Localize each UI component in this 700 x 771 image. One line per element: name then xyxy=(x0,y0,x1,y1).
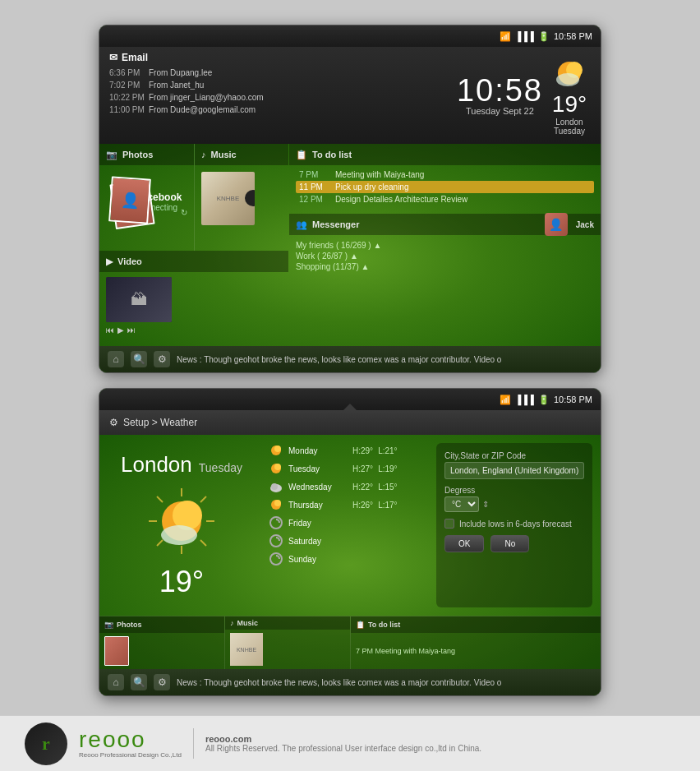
ok-button[interactable]: OK xyxy=(444,535,484,552)
music-icon: ♪ xyxy=(201,150,206,159)
email-icon: ✉ xyxy=(109,52,117,63)
ok-no-buttons: OK No xyxy=(444,535,584,552)
weather-day: Tuesday xyxy=(199,461,242,474)
news-ticker-2: News : Though geohot broke the news, loo… xyxy=(177,678,592,687)
status-icons-2: 📶 ▐▐▐ 🔋 10:58 PM xyxy=(500,395,592,405)
mini-photo-item xyxy=(104,636,129,666)
brand-text-block: reooo Reooo Professional Design Co.,Ltd xyxy=(79,728,194,759)
refresh-icon: ↻ xyxy=(181,208,187,217)
mini-photos-header: 📷 Photos xyxy=(99,616,224,633)
zip-label: City,State or ZIP Code xyxy=(444,451,584,460)
settings-button[interactable]: ⚙ xyxy=(154,351,170,367)
widget-2: 📶 ▐▐▐ 🔋 10:58 PM ⚙ Setup > Weather Londo… xyxy=(99,388,601,696)
forecast-icon-sat xyxy=(269,533,283,548)
mini-album-art: KNHBE xyxy=(230,633,263,666)
clock-status-2: 10:58 PM xyxy=(554,395,592,404)
logo-letter: r xyxy=(42,733,50,755)
email-title: ✉ Email xyxy=(109,52,440,63)
mini-todo-widget: 📋 To do list 7 PM Meeting with Maiya-tan… xyxy=(351,616,601,669)
bottom-bar-2: ⌂ 🔍 ⚙ News : Though geohot broke the new… xyxy=(99,669,601,695)
mini-todo-header: 📋 To do list xyxy=(351,616,601,633)
home-button[interactable]: ⌂ xyxy=(108,351,124,367)
photo-stack: 👤 xyxy=(106,178,131,235)
mini-todo-content: 7 PM Meeting with Maiya-tang xyxy=(351,633,601,669)
clock-weather-area: 10:58 Tuesday Sept 22 19° London Tuesday xyxy=(450,47,601,144)
settings-button-2[interactable]: ⚙ xyxy=(154,674,170,690)
forecast-icon-wed xyxy=(269,479,283,494)
photo-front: 👤 xyxy=(108,176,151,224)
email-clock-area: ✉ Email 6:36 PM From Dupang.lee 7:02 PM … xyxy=(99,47,601,144)
photos-icon: 📷 xyxy=(106,150,117,160)
next-button[interactable]: ⏭ xyxy=(127,325,136,335)
right-panels: 📋 To do list 7 PM Meeting with Maiya-tan… xyxy=(289,144,601,346)
degrees-select[interactable]: °C °F xyxy=(444,496,479,512)
svg-point-19 xyxy=(271,483,278,490)
search-button[interactable]: 🔍 xyxy=(131,351,147,367)
battery-icon-2: 🔋 xyxy=(538,395,550,405)
mini-photos-content xyxy=(99,633,224,669)
mini-music-content: KNHBE xyxy=(225,630,350,669)
no-button[interactable]: No xyxy=(490,535,529,552)
svg-point-17 xyxy=(274,464,281,470)
include-lows-checkbox[interactable] xyxy=(444,519,454,529)
music-header: ♪ Music xyxy=(195,144,288,165)
mini-todo-row: 7 PM Meeting with Maiya-tang xyxy=(356,647,455,655)
forecast-friday: Friday xyxy=(269,515,431,530)
home-button-2[interactable]: ⌂ xyxy=(108,674,124,690)
video-thumbnail: 🏔 xyxy=(106,277,172,322)
photos-column: 📷 Photos 👤 Facebook xyxy=(99,144,194,251)
mini-photos-icon: 📷 xyxy=(104,621,113,629)
messenger-row-3: Shopping (11/37) ▲ xyxy=(296,261,594,272)
messenger-row-2: Work ( 26/87 ) ▲ xyxy=(296,251,594,261)
todo-row-3: 12 PM Design Detalles Architecture Revie… xyxy=(296,193,594,205)
status-bar-1: 📶 ▐▐▐ 🔋 10:58 PM xyxy=(99,25,601,47)
music-column: ♪ Music KNHBE xyxy=(195,144,288,251)
svg-point-15 xyxy=(274,446,281,452)
messenger-header-bar: 👥 Messenger 👤 Jack xyxy=(289,214,601,235)
degrees-group: Degress °C °F ⇕ xyxy=(444,486,584,512)
forecast-saturday: Saturday xyxy=(269,533,431,548)
mini-todo-icon: 📋 xyxy=(356,621,365,629)
brand-logo: r xyxy=(25,723,67,765)
messenger-panel: My friends ( 16/269 ) ▲ Work ( 26/87 ) ▲… xyxy=(289,235,601,277)
forecast-icon-sun xyxy=(269,552,283,566)
widget-body-1: 📷 Photos 👤 Facebook xyxy=(99,144,601,372)
setup-title: Setup > Weather xyxy=(123,417,197,428)
video-panel: 🏔 ⏮ ▶ ⏭ xyxy=(99,272,288,346)
play-button[interactable]: ▶ xyxy=(117,325,124,335)
big-sun-icon xyxy=(145,484,219,558)
jack-avatar: 👤 xyxy=(545,213,568,236)
zip-input[interactable] xyxy=(444,462,584,479)
prev-button[interactable]: ⏮ xyxy=(106,325,114,335)
degrees-label: Degress xyxy=(444,486,584,495)
music-panel: KNHBE xyxy=(195,165,288,231)
weather-sun-icon xyxy=(551,55,587,91)
video-icon: ▶ xyxy=(106,256,113,267)
messenger-icon: 👥 xyxy=(296,219,307,230)
search-button-2[interactable]: 🔍 xyxy=(131,674,147,690)
setup-header: ⚙ Setup > Weather xyxy=(99,410,601,435)
mini-widgets-row: 📷 Photos ♪ Music KNHBE xyxy=(99,616,601,669)
forecast-monday: Monday H:29° L:21° xyxy=(269,443,431,458)
footer-url: reooo.com xyxy=(205,734,481,744)
zip-code-group: City,State or ZIP Code xyxy=(444,451,584,479)
footer-copyright: All Rights Reserved. The professional Us… xyxy=(205,744,481,753)
big-temp: 19° xyxy=(159,565,204,599)
todo-row-1: 7 PM Meeting with Maiya-tang xyxy=(296,169,594,181)
forecast-icon-fri xyxy=(269,515,283,530)
photos-panel: 👤 Facebook Connecting ... ↻ xyxy=(99,165,194,247)
dropdown-chevron xyxy=(343,404,357,410)
include-lows-row: Include lows in 6-days forecast xyxy=(444,519,584,529)
mini-music-widget: ♪ Music KNHBE xyxy=(225,616,350,669)
signal-bars: ▐▐▐ xyxy=(515,31,534,41)
weather-setup-body: London Tuesday xyxy=(99,435,601,695)
weather-setup-row: London Tuesday xyxy=(99,435,601,616)
status-icons-1: 📶 ▐▐▐ 🔋 10:58 PM xyxy=(500,31,592,42)
forecast-thursday: Thursday H:26° L:17° xyxy=(269,497,431,512)
widget-1: 📶 ▐▐▐ 🔋 10:58 PM ✉ Email 6:36 PM From Du… xyxy=(99,25,601,373)
email-row-4: 11:00 PM From Dude@googlemail.com xyxy=(109,104,440,116)
video-header: ▶ Video xyxy=(99,251,288,272)
svg-line-10 xyxy=(157,540,163,546)
forecast-sunday: Sunday xyxy=(269,552,431,566)
gear-icon: ⚙ xyxy=(109,417,118,428)
